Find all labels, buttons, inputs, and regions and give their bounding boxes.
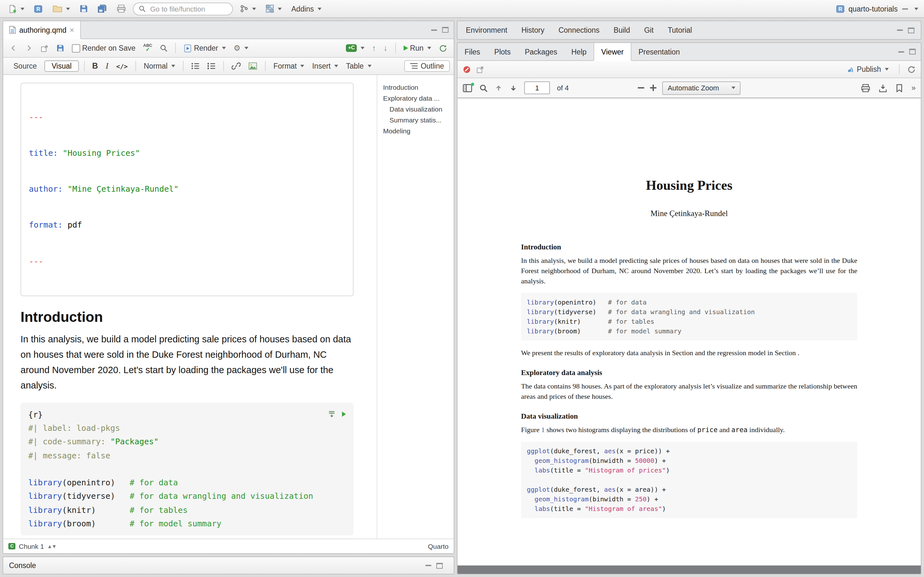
next-page-icon[interactable] <box>509 84 517 92</box>
save-button[interactable] <box>77 3 90 14</box>
yaml-delimiter: --- <box>29 111 345 123</box>
minimize-pane-icon[interactable] <box>897 29 903 31</box>
outline-item-data-visualization[interactable]: Data visualization <box>383 103 451 114</box>
maximize-pane-icon[interactable] <box>436 562 443 568</box>
toggle-sidebar-icon[interactable] <box>463 84 472 92</box>
tab-history[interactable]: History <box>514 21 551 39</box>
back-button[interactable] <box>7 43 20 53</box>
print-icon[interactable] <box>861 84 871 92</box>
run-chunk-icon[interactable] <box>342 412 346 417</box>
render-settings-button[interactable]: ⚙ <box>231 42 251 54</box>
spellcheck-button[interactable]: ABC✓ <box>141 42 155 54</box>
run-button[interactable]: Run <box>401 43 434 53</box>
previous-page-icon[interactable] <box>495 84 502 92</box>
tab-presentation[interactable]: Presentation <box>632 43 687 60</box>
bullet-list-button[interactable] <box>189 61 202 71</box>
page-number-input[interactable] <box>524 81 550 94</box>
tab-viewer[interactable]: Viewer <box>594 43 632 61</box>
visual-editor-content[interactable]: --- title: "Housing Prices" author: "Min… <box>3 75 376 538</box>
refresh-icon[interactable] <box>907 65 916 73</box>
popout-button[interactable] <box>38 43 51 53</box>
code-button[interactable]: </> <box>113 61 130 71</box>
run-chunks-above-icon[interactable] <box>328 411 336 418</box>
tab-plots[interactable]: Plots <box>487 43 518 60</box>
tab-authoring-qmd[interactable]: authoring.qmd × <box>3 21 81 39</box>
open-file-button[interactable] <box>50 3 73 14</box>
outline-item-eda[interactable]: Exploratory data ... <box>383 92 451 103</box>
panes-layout-button[interactable] <box>263 3 284 14</box>
maximize-pane-icon[interactable] <box>442 27 449 33</box>
open-in-new-window-icon[interactable] <box>476 65 485 73</box>
paragraph-style-menu[interactable]: Normal <box>141 61 178 71</box>
document-icon <box>9 26 16 34</box>
tab-tutorial[interactable]: Tutorial <box>661 21 699 39</box>
tab-packages[interactable]: Packages <box>518 43 564 60</box>
tab-git[interactable]: Git <box>637 21 661 39</box>
goto-file-input[interactable] <box>149 4 227 13</box>
outline-label: Outline <box>421 62 444 70</box>
tab-files[interactable]: Files <box>457 43 487 60</box>
new-file-button[interactable] <box>6 3 27 15</box>
document-format-label[interactable]: Quarto <box>428 542 449 550</box>
bookmark-icon[interactable] <box>896 84 903 92</box>
insert-chunk-button[interactable]: +C <box>344 43 367 53</box>
zoom-select[interactable]: Automatic Zoom <box>662 81 740 95</box>
save-all-button[interactable] <box>95 3 110 14</box>
link-button[interactable] <box>229 60 243 72</box>
pdf-viewer-area[interactable]: Housing Prices Mine Çetinkaya-Rundel Int… <box>457 98 921 574</box>
minimize-icon[interactable] <box>902 8 908 9</box>
publish-button[interactable]: Publish <box>844 64 891 75</box>
download-icon[interactable] <box>879 84 888 92</box>
figure-link[interactable]: 1 <box>541 425 545 433</box>
zoom-out-icon[interactable] <box>638 87 645 89</box>
yaml-block[interactable]: --- title: "Housing Prices" author: "Min… <box>21 83 354 296</box>
new-project-button[interactable]: R <box>31 3 45 15</box>
maximize-pane-icon[interactable] <box>909 49 916 55</box>
zoom-in-icon[interactable] <box>650 85 657 91</box>
visual-mode-button[interactable]: Visual <box>45 60 79 72</box>
tab-build[interactable]: Build <box>607 21 637 39</box>
find-replace-button[interactable] <box>157 43 170 53</box>
tab-help[interactable]: Help <box>564 43 594 60</box>
bold-button[interactable]: B <box>89 60 100 72</box>
table-menu[interactable]: Table <box>344 61 374 71</box>
save-doc-button[interactable] <box>54 43 67 53</box>
code-line: library(tidyverse) # for data wrangling … <box>527 307 851 317</box>
maximize-pane-icon[interactable] <box>908 27 914 33</box>
outline-toggle-button[interactable]: Outline <box>404 60 450 72</box>
search-icon[interactable] <box>479 84 488 92</box>
forward-button[interactable] <box>23 43 35 53</box>
format-menu[interactable]: Format <box>271 61 307 71</box>
project-menu[interactable]: R quarto-tutorials <box>837 4 898 13</box>
chevron-down-icon[interactable] <box>914 7 918 10</box>
tab-environment[interactable]: Environment <box>459 21 514 39</box>
source-mode-button[interactable]: Source <box>7 61 43 71</box>
outline-item-summary-statistics[interactable]: Summary statis... <box>383 114 451 125</box>
print-button[interactable] <box>114 3 128 14</box>
render-on-save-checkbox[interactable] <box>72 44 80 52</box>
minimize-pane-icon[interactable] <box>898 51 904 52</box>
rerun-button[interactable] <box>436 43 450 53</box>
previous-chunk-button[interactable]: ↑ <box>370 43 379 53</box>
close-icon[interactable]: × <box>69 26 74 34</box>
addins-menu[interactable]: Addins <box>289 3 324 14</box>
render-on-save-toggle[interactable]: Render on Save <box>69 43 138 53</box>
next-chunk-button[interactable]: ↓ <box>381 43 390 53</box>
tab-connections[interactable]: Connections <box>551 21 607 39</box>
render-button[interactable]: Render <box>181 43 228 53</box>
more-tools-icon[interactable]: » <box>911 84 916 92</box>
stop-viewer-icon[interactable] <box>463 65 471 73</box>
chunk-position-label[interactable]: Chunk 1 <box>19 542 44 550</box>
insert-menu[interactable]: Insert <box>310 61 341 71</box>
italic-button[interactable]: I <box>103 60 111 73</box>
version-control-button[interactable] <box>237 3 258 14</box>
numbered-list-button[interactable] <box>205 61 218 71</box>
console-pane-header[interactable]: Console <box>3 556 454 574</box>
minimize-pane-icon[interactable] <box>425 565 431 566</box>
image-button[interactable] <box>246 61 260 71</box>
minimize-pane-icon[interactable] <box>431 29 437 31</box>
code-chunk[interactable]: {r} #| label: load-pkgs #| code-summary:… <box>21 403 354 536</box>
outline-item-modeling[interactable]: Modeling <box>383 125 451 136</box>
new-project-icon: R <box>34 4 43 13</box>
outline-item-introduction[interactable]: Introduction <box>383 81 451 92</box>
